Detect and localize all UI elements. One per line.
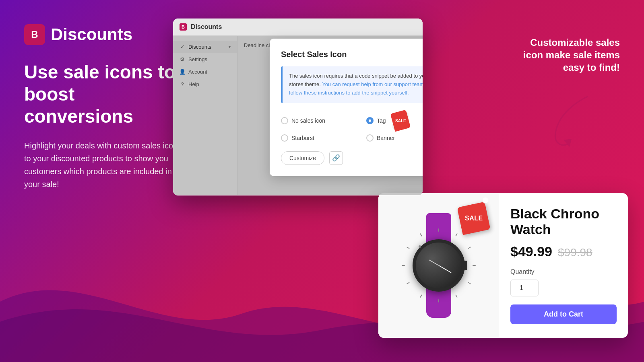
window-titlebar: B Discounts — [173, 19, 423, 36]
left-section: B Discounts Use sale icons to boost conv… — [24, 24, 185, 191]
window-app-icon: B — [180, 23, 187, 31]
right-callout: Customizable sales icon make sale items … — [515, 36, 620, 74]
quantity-label: Quantity — [510, 268, 617, 276]
price-row: $49.99 $99.98 — [510, 244, 617, 259]
brand-header: B Discounts — [24, 24, 185, 45]
radio-circle-no-icon — [281, 117, 288, 124]
brand-icon-letter: B — [31, 29, 38, 40]
customize-button[interactable]: Customize — [281, 151, 324, 165]
radio-label-no-icon: No sales icon — [291, 117, 325, 124]
link-icon-button[interactable]: 🔗 — [329, 151, 343, 165]
watch-hour-hand — [429, 259, 439, 266]
modal-title: Select Sales Icon — [281, 50, 423, 59]
product-card: SALE — [378, 193, 628, 338]
watch-center — [419, 245, 421, 248]
watch-face — [413, 239, 465, 292]
sale-badge: SALE — [457, 202, 490, 235]
info-box: The sales icon requires that a code snip… — [281, 66, 423, 103]
watch-minute-hand — [439, 265, 452, 273]
radio-no-sales-icon[interactable]: No sales icon — [281, 113, 358, 129]
product-name: Black Chrono Watch — [510, 206, 617, 237]
price-current: $49.99 — [510, 244, 552, 259]
hero-heading: Use sale icons to boost conversions — [24, 61, 185, 128]
sale-badge-text: SALE — [465, 215, 483, 222]
watch-markers — [419, 245, 459, 286]
price-original: $99.98 — [558, 246, 592, 259]
radio-label-tag: Tag — [377, 117, 386, 124]
window-title: Discounts — [191, 23, 222, 31]
window-body: ✓ Discounts ▾ ⚙ Settings 👤 Account ? Hel… — [173, 36, 423, 195]
quantity-input[interactable] — [510, 280, 539, 296]
modal-footer: Customize 🔗 — [281, 151, 423, 165]
select-sales-icon-modal: Select Sales Icon The sales icon require… — [270, 39, 423, 176]
product-image-area: SALE — [378, 193, 499, 338]
callout-text: Customizable sales icon make sale items … — [523, 37, 620, 73]
main-content: Deadline clock displayed Select Sales Ic… — [237, 36, 423, 195]
modal-overlay: Select Sales Icon The sales icon require… — [173, 36, 423, 195]
app-window: B Discounts ✓ Discounts ▾ ⚙ Settings 👤 A… — [173, 19, 423, 195]
radio-label-banner: Banner — [377, 135, 395, 141]
radio-starburst[interactable]: Starburst — [281, 134, 358, 142]
radio-circle-starburst — [281, 134, 288, 142]
radio-circle-banner — [366, 134, 374, 142]
radio-group: No sales icon Tag SALE — [281, 113, 423, 142]
product-info: Black Chrono Watch $49.99 $99.98 Quantit… — [499, 193, 628, 338]
watch-crown — [463, 261, 467, 270]
radio-label-starburst: Starburst — [291, 135, 314, 141]
brand-icon: B — [24, 24, 45, 45]
radio-tag[interactable]: Tag SALE — [366, 113, 423, 129]
tag-preview-icon: SALE — [390, 109, 411, 132]
add-to-cart-button[interactable]: Add to Cart — [510, 304, 617, 324]
radio-banner[interactable]: Banner — [366, 134, 423, 142]
radio-circle-tag — [366, 117, 374, 124]
brand-title: Discounts — [51, 25, 132, 44]
arrow-decoration — [547, 93, 596, 149]
hero-description: Highlight your deals with custom sales i… — [24, 139, 185, 191]
